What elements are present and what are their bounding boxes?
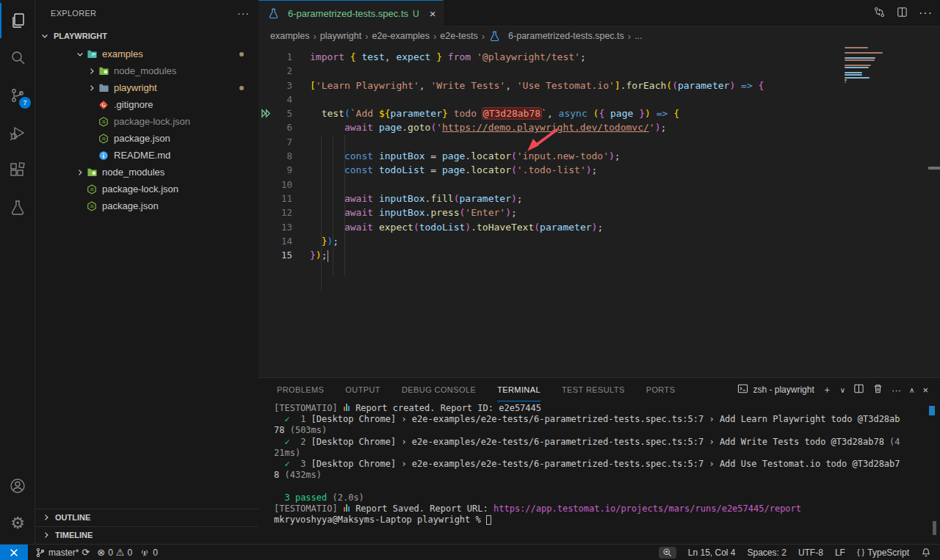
eol-setting[interactable]: LF [835,548,845,558]
panel-tab-terminal[interactable]: TERMINAL [497,378,540,401]
svg-text:JS: JS [90,205,94,208]
breadcrumb-file[interactable]: 6-parametrized-tests.spec.ts [508,31,624,41]
status-bar: master* ⟳ ⊗ 0 ⚠ 0 0 Ln 15, Col 4 Spaces:… [0,544,940,560]
terminal-instance[interactable]: zsh - playwright [737,383,814,396]
outline-section[interactable]: OUTLINE [36,509,258,526]
extensions-icon[interactable] [0,153,35,188]
tree-item-node-modules[interactable]: node_modules [36,62,258,79]
terminal-line: ✓ 2 [Desktop Chrome] › e2e-examples/e2e-… [274,437,925,448]
run-debug-icon[interactable] [0,115,35,150]
code-content[interactable]: import { test, expect } from '@playwrigh… [310,50,764,262]
breadcrumb-symbol-more[interactable]: ... [634,31,642,41]
folder-node-icon [98,65,109,77]
zoom-indicator[interactable] [659,547,676,559]
test-id-tag-highlight: @T3d28ab78 [482,108,541,119]
chevron-down-icon [39,32,51,40]
settings-gear-icon[interactable]: ⚙ [0,506,35,541]
report-chart-icon [344,504,350,512]
terminal-decoration [929,406,935,415]
split-editor-icon[interactable] [896,6,908,21]
error-count: 0 [108,548,113,558]
terminal-line: 78 (503ms) [274,425,925,436]
breadcrumb-playwright[interactable]: playwright [320,31,361,41]
tree-item-node-modules[interactable]: node_modules [36,164,258,181]
terminal-prompt-line: mkryvoshyya@Maksyms-Laptop playwright % [274,514,925,526]
ports-status[interactable]: 0 [140,548,158,558]
tree-item-playwright[interactable]: playwright [36,79,258,96]
tree-item-package-lock-json[interactable]: JSpackage-lock.json [36,113,258,130]
new-terminal-icon[interactable]: ＋ [822,383,832,396]
tree-item-label: playwright [114,82,157,93]
problems-status[interactable]: ⊗ 0 ⚠ 0 [97,548,132,558]
account-icon[interactable] [0,468,35,503]
open-changes-icon[interactable] [873,6,886,21]
cursor-position[interactable]: Ln 15, Col 4 [688,548,736,558]
indentation-setting[interactable]: Spaces: 2 [748,548,787,558]
svg-text:JS: JS [101,137,106,141]
git-untracked-badge: U [413,9,419,19]
code-line-12: await inputBox.press('Enter'); [310,206,764,219]
close-panel-icon[interactable]: × [922,385,928,396]
panel-tab-problems[interactable]: PROBLEMS [277,378,324,401]
code-line-1: import { test, expect } from '@playwrigh… [310,50,764,64]
panel-tab-output[interactable]: OUTPUT [345,378,380,401]
panel-more-actions-icon[interactable]: ··· [892,385,901,396]
code-line-11: await inputBox.fill(parameter); [310,192,764,206]
panel-tab-ports[interactable]: PORTS [646,378,676,401]
source-control-icon[interactable]: 7 [0,78,35,113]
tab-parametrized-tests[interactable]: 6-parametrized-tests.spec.ts U × [258,0,444,26]
terminal-output[interactable]: [TESTOMATIO] Report created. Report ID: … [274,403,925,544]
outline-label: OUTLINE [55,513,90,522]
breadcrumb-examples[interactable]: examples [270,31,310,41]
workspace-root-item[interactable]: PLAYWRIGHT [36,28,258,44]
sidebar-more-actions-icon[interactable]: ··· [237,7,250,19]
vscode-window: 7⚙ EXPLORER ··· PLAYWRIGHT examplesnode_… [0,0,940,560]
breadcrumb-e2e-examples[interactable]: e2e-examples [372,31,430,41]
chevron-right-icon [86,84,98,92]
code-line-7 [310,135,764,149]
files-icon[interactable] [0,3,35,38]
panel-tab-debug-console[interactable]: DEBUG CONSOLE [402,378,476,401]
chevron-right-icon [40,531,52,539]
testing-icon[interactable] [0,190,35,225]
chevron-right-icon: › [365,31,368,42]
tree-item-package-lock-json[interactable]: JSpackage-lock.json [36,181,258,197]
tree-item-examples[interactable]: examples [36,46,258,62]
editor-more-actions-icon[interactable]: ··· [919,7,933,20]
tree-item-label: package.json [114,133,170,144]
language-mode[interactable]: { } TypeScript [857,548,909,558]
line-number: 4 [258,92,292,106]
file-tree: examplesnode_modulesplaywright.gitignore… [36,46,258,214]
run-test-icon[interactable] [261,108,272,119]
code-editor[interactable]: 123456789101112131415 import { test, exp… [258,46,940,377]
tree-item--gitignore[interactable]: .gitignore [36,96,258,113]
npm-icon: JS [98,133,109,145]
bottom-panel: PROBLEMSOUTPUTDEBUG CONSOLETERMINALTEST … [258,377,940,544]
tree-item-package-json[interactable]: JSpackage.json [36,130,258,147]
terminal-scrollbar[interactable] [933,521,936,535]
info-icon [98,150,109,161]
beaker-icon [488,30,500,42]
breadcrumb-e2e-tests[interactable]: e2e-tests [440,31,477,41]
folder-node-icon [86,167,98,178]
chevron-down-icon [74,50,86,59]
scm-count-badge: 7 [19,97,31,109]
tree-item-label: package-lock.json [114,116,190,127]
minimap[interactable] [845,47,914,84]
git-modified-dot [239,52,244,57]
folder-media-icon [86,48,98,60]
split-terminal-icon[interactable] [853,383,864,397]
timeline-section[interactable]: TIMELINE [36,526,258,543]
panel-tab-test-results[interactable]: TEST RESULTS [562,378,625,401]
terminal-dropdown-icon[interactable]: ∨ [840,386,845,394]
tree-item-package-json[interactable]: JSpackage.json [36,197,258,214]
search-icon[interactable] [0,40,35,76]
encoding-setting[interactable]: UTF-8 [798,548,823,558]
close-icon[interactable]: × [430,7,436,20]
tree-item-readme-md[interactable]: README.md [36,147,258,164]
git-branch-status[interactable]: master* ⟳ [35,548,90,558]
maximize-panel-icon[interactable]: ∧ [909,386,914,394]
notifications-bell-icon[interactable] [921,548,931,558]
remote-indicator[interactable] [0,545,28,560]
kill-terminal-icon[interactable] [872,383,883,397]
